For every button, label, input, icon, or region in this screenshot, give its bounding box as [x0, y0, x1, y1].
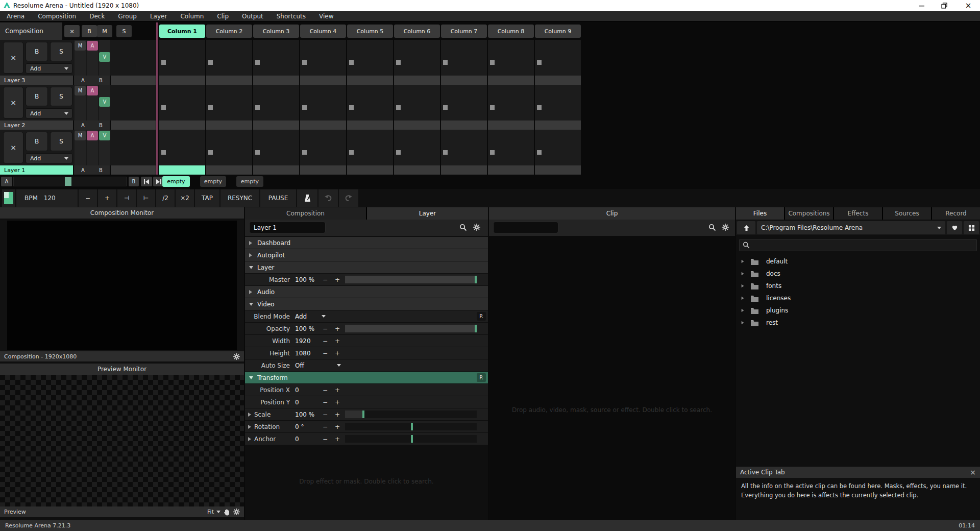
- menu-clip[interactable]: Clip: [210, 11, 235, 21]
- menu-composition[interactable]: Composition: [31, 11, 83, 21]
- param-value[interactable]: 0: [295, 396, 299, 408]
- clip-name-strip[interactable]: [488, 76, 534, 85]
- layer-3-solo-button[interactable]: S: [50, 42, 72, 61]
- bpm-increase-button[interactable]: +: [98, 189, 116, 207]
- column-header-6[interactable]: Column 6: [394, 25, 440, 38]
- param-p-button[interactable]: P.: [477, 373, 486, 382]
- menu-group[interactable]: Group: [111, 11, 143, 21]
- param-value[interactable]: 0: [295, 384, 299, 396]
- folder-row-rest[interactable]: rest: [736, 317, 980, 329]
- clip-connect-icon[interactable]: [302, 150, 307, 155]
- clip-cell[interactable]: [159, 130, 205, 165]
- expand-icon[interactable]: [742, 321, 744, 324]
- layer-3-ab-assign[interactable]: AB: [74, 76, 110, 85]
- layer-2-solo-button[interactable]: S: [50, 87, 72, 106]
- clip-cell[interactable]: [159, 85, 205, 120]
- path-dropdown[interactable]: C:\Program Files\Resolume Arena: [757, 221, 945, 234]
- clip-name-strip[interactable]: [347, 120, 393, 130]
- layer-2-audio-toggle[interactable]: A: [87, 86, 98, 95]
- clip-connect-icon[interactable]: [396, 60, 401, 65]
- clip-cell[interactable]: [253, 130, 299, 165]
- undo-button[interactable]: [318, 189, 338, 207]
- layer-2-master-toggle[interactable]: M: [75, 86, 86, 95]
- column-header-3[interactable]: Column 3: [253, 25, 299, 38]
- layer-1-master-toggle[interactable]: M: [75, 131, 86, 140]
- crossfader-a-label[interactable]: A: [1, 177, 12, 186]
- decrement-button[interactable]: −: [321, 347, 330, 359]
- clip-cell[interactable]: [347, 130, 393, 165]
- folder-row-default[interactable]: default: [736, 255, 980, 268]
- previous-column-button[interactable]: [141, 177, 152, 186]
- expand-icon[interactable]: [742, 272, 744, 275]
- clip-cell[interactable]: [535, 85, 581, 120]
- composition-master-button[interactable]: M: [97, 25, 112, 37]
- clip-name-strip[interactable]: [488, 120, 534, 130]
- param-value[interactable]: 100 %: [295, 274, 314, 285]
- composition-speed-button[interactable]: S: [116, 25, 132, 37]
- param-value[interactable]: 0 °: [295, 421, 304, 432]
- increment-button[interactable]: +: [333, 408, 342, 420]
- minimize-button[interactable]: [913, 0, 930, 11]
- clip-name-strip[interactable]: [394, 165, 440, 175]
- tab-compositions[interactable]: Compositions: [785, 207, 833, 220]
- clip-connect-icon[interactable]: [208, 150, 213, 155]
- decrement-button[interactable]: −: [321, 323, 330, 334]
- layer-2-blendmode-dropdown[interactable]: Add: [26, 108, 72, 118]
- clip-cell[interactable]: [206, 130, 252, 165]
- clip-name-strip[interactable]: [253, 76, 299, 85]
- decrement-button[interactable]: −: [321, 408, 330, 420]
- param-value[interactable]: 100 %: [295, 323, 314, 334]
- layer-name-input[interactable]: Layer 1: [249, 222, 326, 233]
- blend-mode-dropdown[interactable]: Add: [295, 310, 307, 322]
- clip-name-strip[interactable]: [394, 76, 440, 85]
- clip-connect-icon[interactable]: [255, 105, 260, 110]
- section-transform[interactable]: Transform P.: [245, 372, 488, 383]
- opacity-slider[interactable]: [345, 325, 477, 332]
- layer-3-master-toggle[interactable]: M: [75, 41, 86, 51]
- clip-name-strip[interactable]: [441, 120, 487, 130]
- param-value[interactable]: 1080: [295, 347, 311, 359]
- bpm-double-button[interactable]: ×2: [176, 189, 194, 207]
- clip-connect-icon[interactable]: [208, 105, 213, 110]
- tab-record[interactable]: Record: [932, 207, 980, 220]
- master-slider[interactable]: [345, 276, 477, 283]
- expand-icon[interactable]: [742, 309, 744, 312]
- clip-cell[interactable]: [347, 85, 393, 120]
- decrement-button[interactable]: −: [321, 396, 330, 408]
- param-value[interactable]: 0: [295, 433, 299, 445]
- composition-monitor-settings-button[interactable]: [233, 353, 240, 360]
- rotation-slider[interactable]: [345, 423, 477, 430]
- fit-dropdown[interactable]: Fit: [207, 509, 220, 515]
- clip-name-strip[interactable]: [535, 120, 581, 130]
- increment-button[interactable]: +: [333, 274, 342, 285]
- column-header-1[interactable]: Column 1: [159, 25, 205, 38]
- clip-name-strip[interactable]: [206, 165, 252, 175]
- clip-name-strip[interactable]: [159, 120, 205, 130]
- metronome-button[interactable]: [297, 189, 317, 207]
- deck-tab-2[interactable]: empty: [200, 176, 226, 187]
- crossfader-b-label[interactable]: B: [129, 177, 139, 186]
- column-header-5[interactable]: Column 5: [347, 25, 393, 38]
- clip-cell[interactable]: [253, 40, 299, 76]
- nudge-down-button[interactable]: ⊣: [117, 189, 136, 207]
- menu-arena[interactable]: Arena: [0, 11, 31, 21]
- clip-name-strip[interactable]: [300, 76, 346, 85]
- column-header-4[interactable]: Column 4: [300, 25, 346, 38]
- clip-connect-icon[interactable]: [161, 150, 166, 155]
- clip-cell[interactable]: [206, 85, 252, 120]
- clip-connect-icon[interactable]: [490, 150, 495, 155]
- pan-tool-button[interactable]: [224, 509, 230, 516]
- clip-connect-icon[interactable]: [537, 60, 542, 65]
- info-panel-close-button[interactable]: ×: [970, 468, 976, 476]
- preview-settings-button[interactable]: [233, 509, 240, 515]
- layer-3-name[interactable]: Layer 3: [0, 76, 73, 85]
- layer-3-video-toggle[interactable]: V: [99, 52, 110, 62]
- beat-indicator[interactable]: [2, 189, 15, 207]
- clip-cell[interactable]: [394, 85, 440, 120]
- increment-button[interactable]: +: [333, 347, 342, 359]
- clip-name-strip[interactable]: [347, 165, 393, 175]
- bpm-decrease-button[interactable]: −: [79, 189, 97, 207]
- clip-cell[interactable]: [253, 85, 299, 120]
- clip-name-strip[interactable]: [300, 165, 346, 175]
- clip-connect-icon[interactable]: [443, 60, 448, 65]
